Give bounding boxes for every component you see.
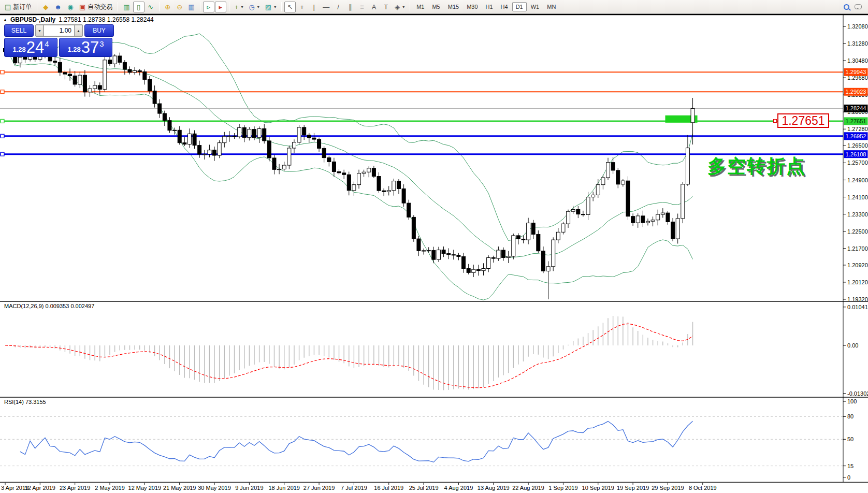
candle-body xyxy=(387,191,390,192)
metaeditor-button[interactable]: ◆ xyxy=(40,2,51,12)
periods-button[interactable]: ◷▾ xyxy=(246,2,262,12)
cursor-icon: ↖ xyxy=(287,4,293,10)
candle-body xyxy=(307,135,311,138)
date-tick-label: 2 May 2019 xyxy=(95,485,124,491)
level-anchor-handle[interactable] xyxy=(1,119,4,123)
tab-timeframe-h4[interactable]: H4 xyxy=(497,2,512,11)
channel-tool-button[interactable]: ∥ xyxy=(344,2,356,12)
zoom-in-button[interactable]: ⊕ xyxy=(162,2,173,12)
templates-icon: ▨ xyxy=(265,4,271,10)
volume-increase-button[interactable]: ▲ xyxy=(75,25,82,36)
zoom-out-button[interactable]: ⊖ xyxy=(174,2,185,12)
volume-input[interactable]: 1.00 xyxy=(44,25,75,36)
candle-body xyxy=(83,75,86,92)
tab-timeframe-w1[interactable]: W1 xyxy=(527,2,543,11)
candle-body xyxy=(352,185,356,191)
autotrading-icon: ▣ xyxy=(79,4,85,10)
text-label-tool-button[interactable]: T xyxy=(380,2,392,12)
search-icon[interactable] xyxy=(844,4,849,10)
main-toolbar: ▤ 新订单 ◆ ☻ ◉ ▣ 自动交易 ▥ ▯ ∿ ⊕ ⊖ ▦ ▹ ▸ +▾ ◷▾… xyxy=(0,0,868,14)
level-anchor-handle[interactable] xyxy=(1,90,4,94)
candle-body xyxy=(257,128,261,137)
horizontal-line-tool-button[interactable]: — xyxy=(320,2,332,12)
tab-timeframe-m1[interactable]: M1 xyxy=(413,2,428,11)
candle-body xyxy=(417,239,421,251)
price-tick-label: 1.31280 xyxy=(847,40,868,47)
profile-button[interactable]: ☻ xyxy=(52,2,64,12)
candle-body xyxy=(178,130,181,142)
buy-button[interactable]: BUY xyxy=(84,24,114,37)
level-anchor-handle[interactable] xyxy=(1,152,4,156)
cursor-tool-button[interactable]: ↖ xyxy=(284,2,296,12)
tab-timeframe-m5[interactable]: M5 xyxy=(428,2,443,11)
toolbar-separator xyxy=(118,2,118,11)
arrow-up-icon: ▲ xyxy=(77,29,80,33)
tab-timeframe-m30[interactable]: M30 xyxy=(463,2,481,11)
autotrading-button[interactable]: ▣ 自动交易 xyxy=(77,2,115,12)
line-chart-icon: ∿ xyxy=(148,4,153,10)
chart-line-button[interactable]: ∿ xyxy=(145,2,156,12)
channel-icon: ∥ xyxy=(349,4,352,10)
candle-body xyxy=(372,168,375,177)
date-tick-label: 4 Aug 2019 xyxy=(444,485,473,491)
sell-price-display[interactable]: 1.28 24 4 xyxy=(4,38,57,57)
price-callout-box[interactable]: 1.27651 xyxy=(777,113,829,128)
candle-body xyxy=(312,138,316,139)
chat-icon[interactable] xyxy=(855,4,862,9)
signal-button[interactable]: ◉ xyxy=(65,2,76,12)
date-tick-label: 25 Jul 2019 xyxy=(409,485,439,491)
date-tick-label: 12 Apr 2019 xyxy=(25,485,55,491)
chart-shift-button[interactable]: ▸ xyxy=(215,2,226,12)
crosshair-tool-button[interactable]: + xyxy=(296,2,308,12)
zoom-out-icon: ⊖ xyxy=(177,4,182,10)
price-tick-label: 1.20920 xyxy=(847,262,868,268)
volume-decrease-button[interactable]: ▼ xyxy=(36,25,44,36)
sell-button[interactable]: SELL xyxy=(4,24,34,37)
text-tool-button[interactable]: A xyxy=(368,2,380,12)
auto-scroll-button[interactable]: ▹ xyxy=(203,2,214,12)
buy-price-display[interactable]: 1.28 37 3 xyxy=(59,38,112,57)
price-tick-label: 1.24100 xyxy=(847,194,868,200)
rsi-tick-label: 100 xyxy=(847,398,857,404)
tab-timeframe-d1[interactable]: D1 xyxy=(512,2,527,11)
candle-body xyxy=(537,234,540,251)
tab-timeframe-m15[interactable]: M15 xyxy=(444,2,462,11)
chart-bars-button[interactable]: ▥ xyxy=(121,2,132,12)
price-callout-anchor[interactable] xyxy=(773,119,777,123)
chart-canvas[interactable]: 1.320801.312801.304801.296801.288801.280… xyxy=(0,0,868,493)
vertical-line-tool-button[interactable]: | xyxy=(308,2,320,12)
candle-body xyxy=(267,141,271,158)
fibonacci-tool-button[interactable]: ≡ xyxy=(356,2,368,12)
candle-body xyxy=(442,250,445,254)
cn-annotation-text[interactable]: 多空转折点 xyxy=(707,154,806,179)
candle-body xyxy=(452,255,455,255)
arrows-tool-button[interactable]: ◈▾ xyxy=(392,2,407,12)
tab-timeframe-h1[interactable]: H1 xyxy=(482,2,497,11)
trendline-tool-button[interactable]: / xyxy=(332,2,344,12)
candle-body xyxy=(233,136,236,137)
candle-body xyxy=(193,134,196,145)
candle-body xyxy=(491,257,495,258)
chart-candles-button[interactable]: ▯ xyxy=(133,2,144,12)
indicators-button[interactable]: +▾ xyxy=(232,2,246,12)
level-anchor-handle[interactable] xyxy=(1,134,4,138)
vertical-line-icon: | xyxy=(313,4,314,10)
candle-body xyxy=(626,181,630,216)
tab-timeframe-mn[interactable]: MN xyxy=(543,2,559,11)
rsi-tick-label: 80 xyxy=(847,413,853,419)
date-tick-label: 19 Sep 2019 xyxy=(617,485,649,491)
new-order-label: 新订单 xyxy=(13,3,32,11)
candle-body xyxy=(581,214,585,215)
candle-body xyxy=(631,216,635,223)
tile-windows-button[interactable]: ▦ xyxy=(186,2,197,12)
candle-body xyxy=(173,130,177,130)
templates-button[interactable]: ▨▾ xyxy=(263,2,279,12)
chevron-down-icon: ▾ xyxy=(241,5,243,9)
candle-body xyxy=(362,172,366,173)
buy-price-sup: 3 xyxy=(99,39,104,48)
candle-body xyxy=(242,127,246,137)
price-badge-label: 1.26952 xyxy=(846,133,866,139)
level-anchor-handle[interactable] xyxy=(1,70,4,74)
new-order-button[interactable]: ▤ 新订单 xyxy=(2,2,34,12)
date-tick-label: 29 Sep 2019 xyxy=(652,485,684,491)
